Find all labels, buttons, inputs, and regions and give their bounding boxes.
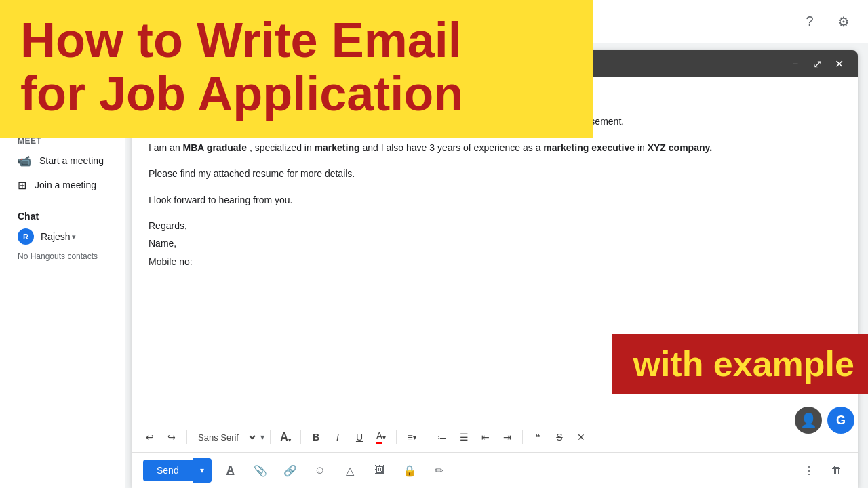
email-line3: I am an MBA graduate , specialized in ma…	[149, 140, 842, 155]
font-size-button[interactable]: A▾	[276, 428, 295, 447]
header-right: ? ⚙	[796, 8, 857, 35]
font-select-arrow: ▾	[260, 432, 264, 442]
font-family-select[interactable]: Sans Serif Serif Monospace	[193, 430, 258, 445]
text-in-2: in	[637, 142, 648, 153]
toolbar-divider-5	[427, 430, 427, 444]
text-experience: and I also have 3 years of experience as…	[362, 142, 543, 153]
attach-file-icon[interactable]: 📎	[250, 460, 271, 481]
email-closing3: Mobile no:	[149, 254, 842, 269]
text-mba-graduate: MBA graduate	[183, 142, 247, 153]
expand-icon[interactable]: ⤢	[809, 56, 825, 72]
send-toolbar: Send ▾ A 📎 🔗 ☺ △ 🖼 🔒 ✏ ⋮ 🗑	[132, 452, 858, 488]
sidebar-item-start-meeting[interactable]: 📹 Start a meeting	[0, 148, 115, 173]
formatting-toolbar: ↩ ↪ Sans Serif Serif Monospace ▾ A▾ B I …	[132, 422, 858, 452]
italic-button[interactable]: I	[328, 428, 347, 447]
overlay-line1: How to Write Email	[20, 13, 462, 67]
email-closing1: Regards,	[149, 218, 842, 233]
insert-photo-icon[interactable]: 🖼	[369, 460, 391, 481]
help-icon[interactable]: ?	[796, 8, 823, 35]
text-color-button[interactable]: A ▾	[372, 428, 391, 447]
text-marketing-executive-2: marketing executive	[543, 142, 635, 153]
chat-section-label: Chat	[0, 208, 125, 224]
bold-button[interactable]: B	[307, 428, 326, 447]
avatar: R	[18, 228, 34, 245]
indent-less-button[interactable]: ⇤	[476, 428, 495, 447]
bullet-list-button[interactable]: ☰	[454, 428, 473, 447]
close-icon[interactable]: ✕	[831, 56, 847, 72]
overlay-title: How to Write Email for Job Application	[0, 0, 593, 138]
text-specialized: , specialized in	[250, 142, 315, 153]
chat-section: Chat R Rajesh ▾ No Hangouts contacts	[0, 203, 125, 269]
underline-button[interactable]: U	[350, 428, 369, 447]
send-dropdown-button[interactable]: ▾	[193, 458, 212, 483]
video-icon: 📹	[18, 155, 31, 167]
overlay-title-text: How to Write Email for Job Application	[20, 14, 573, 121]
indent-more-button[interactable]: ⇥	[498, 428, 517, 447]
quote-button[interactable]: ❝	[528, 428, 547, 447]
send-btn-group: Send ▾	[143, 458, 212, 483]
toolbar-divider-2	[270, 430, 271, 444]
signature-icon[interactable]: ✏	[429, 460, 450, 481]
toolbar-divider-4	[396, 430, 397, 444]
text-marketing: marketing	[315, 142, 360, 153]
google-drive-icon[interactable]: △	[339, 460, 361, 481]
avatar-person: 👤	[795, 407, 822, 434]
send-button[interactable]: Send	[143, 460, 193, 481]
toolbar-divider-3	[300, 430, 301, 444]
compose-header-icons: － ⤢ ✕	[787, 56, 847, 72]
minimize-icon[interactable]: －	[787, 56, 804, 72]
send-right-actions: ⋮ 🗑	[798, 460, 847, 481]
chat-item-rajesh[interactable]: R Rajesh ▾	[0, 224, 125, 249]
settings-icon[interactable]: ⚙	[830, 8, 857, 35]
confidential-mode-icon[interactable]: 🔒	[399, 460, 420, 481]
compose-avatars: 👤 G	[795, 407, 854, 434]
meet-item-label: Join a meeting	[35, 180, 96, 190]
redo-button[interactable]: ↪	[162, 428, 181, 447]
chat-user-name: Rajesh	[41, 231, 71, 242]
insert-emoji-icon[interactable]: ☺	[309, 460, 331, 481]
more-options-icon[interactable]: ⋮	[798, 460, 820, 481]
grid-icon: ⊞	[18, 179, 26, 192]
avatar-g: G	[827, 407, 854, 434]
meet-item-label: Start a meeting	[39, 155, 104, 166]
overlay-bottom-right: with example	[612, 334, 868, 394]
email-line5: I look forward to hearing from you.	[149, 192, 842, 207]
numbered-list-button[interactable]: ≔	[433, 428, 452, 447]
toolbar-divider-6	[522, 430, 523, 444]
overlay-line2: for Job Application	[20, 66, 463, 121]
chat-user-dropdown[interactable]: ▾	[72, 232, 76, 241]
text-i-am-an: I am an	[149, 142, 183, 153]
undo-button[interactable]: ↩	[140, 428, 159, 447]
discard-draft-icon[interactable]: 🗑	[825, 460, 847, 481]
align-button[interactable]: ≡▾	[402, 428, 421, 447]
sidebar-item-join-meeting[interactable]: ⊞ Join a meeting	[0, 173, 115, 197]
email-closing2: Name,	[149, 236, 842, 251]
no-hangouts-label: No Hangouts contacts	[0, 249, 125, 264]
email-line4: Please find my attached resume for more …	[149, 166, 842, 181]
overlay-bottom-text: with example	[633, 344, 854, 384]
insert-link-icon[interactable]: 🔗	[279, 460, 301, 481]
toolbar-divider-1	[186, 430, 187, 444]
text-xyz-company: XYZ company.	[648, 142, 712, 153]
strikethrough-button[interactable]: S	[550, 428, 569, 447]
formatting-toggle-icon[interactable]: A	[220, 460, 241, 481]
remove-format-button[interactable]: ✕	[572, 428, 591, 447]
